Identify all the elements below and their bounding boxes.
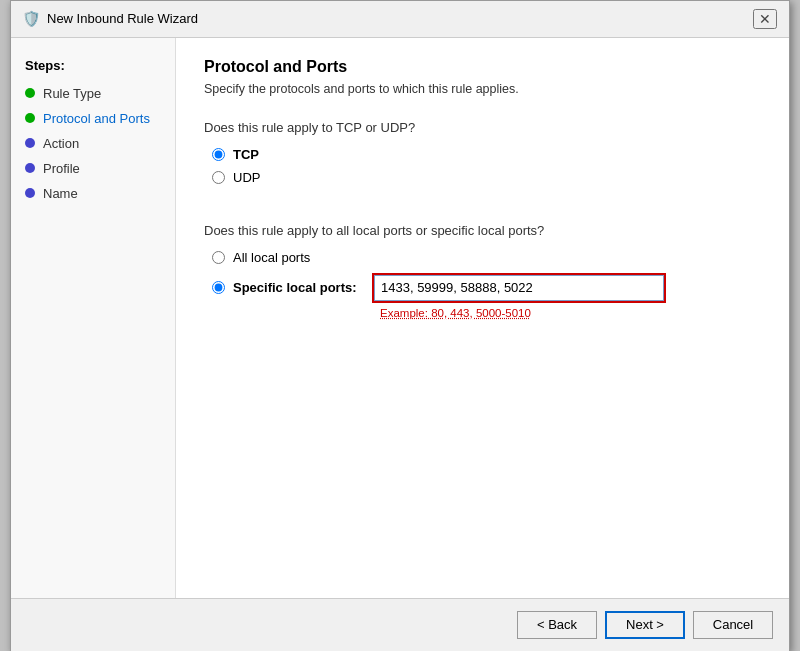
main-panel: Protocol and Ports Specify the protocols… (176, 38, 789, 598)
protocol-ports-dot (25, 113, 35, 123)
tcp-radio[interactable] (212, 148, 225, 161)
ports-section: Does this rule apply to all local ports … (204, 223, 761, 319)
sidebar: Steps: Rule Type Protocol and Ports Acti… (11, 38, 176, 598)
page-subtitle: Specify the protocols and ports to which… (204, 82, 761, 96)
sidebar-item-label-profile: Profile (43, 161, 80, 176)
sidebar-item-profile[interactable]: Profile (11, 156, 175, 181)
ports-question: Does this rule apply to all local ports … (204, 223, 761, 238)
ports-example: Example: 80, 443, 5000-5010 (380, 307, 761, 319)
specific-ports-row: Specific local ports: (212, 273, 761, 303)
tcp-udp-question: Does this rule apply to TCP or UDP? (204, 120, 761, 135)
specific-ports-radio[interactable] (212, 281, 225, 294)
ports-group: All local ports Specific local ports: Ex… (204, 250, 761, 319)
next-button[interactable]: Next > (605, 611, 685, 639)
rule-type-dot (25, 88, 35, 98)
action-dot (25, 138, 35, 148)
all-ports-radio-item[interactable]: All local ports (212, 250, 761, 265)
title-bar-text: New Inbound Rule Wizard (47, 11, 753, 26)
profile-dot (25, 163, 35, 173)
sidebar-item-label-rule-type: Rule Type (43, 86, 101, 101)
dialog-window: 🛡️ New Inbound Rule Wizard ✕ Steps: Rule… (10, 0, 790, 651)
content-area: Steps: Rule Type Protocol and Ports Acti… (11, 38, 789, 598)
ports-input[interactable] (374, 275, 664, 301)
cancel-button[interactable]: Cancel (693, 611, 773, 639)
sidebar-item-rule-type[interactable]: Rule Type (11, 81, 175, 106)
wizard-icon: 🛡️ (23, 11, 39, 27)
sidebar-item-label-protocol-ports: Protocol and Ports (43, 111, 150, 126)
tcp-radio-item[interactable]: TCP (212, 147, 761, 162)
footer: < Back Next > Cancel (11, 598, 789, 651)
close-button[interactable]: ✕ (753, 9, 777, 29)
specific-ports-label: Specific local ports: (233, 280, 357, 295)
sidebar-item-label-action: Action (43, 136, 79, 151)
tcp-udp-group: TCP UDP (204, 147, 761, 185)
sidebar-item-action[interactable]: Action (11, 131, 175, 156)
name-dot (25, 188, 35, 198)
all-ports-label: All local ports (233, 250, 310, 265)
udp-radio-item[interactable]: UDP (212, 170, 761, 185)
sidebar-steps-label: Steps: (11, 54, 175, 81)
sidebar-item-protocol-ports[interactable]: Protocol and Ports (11, 106, 175, 131)
all-ports-radio[interactable] (212, 251, 225, 264)
tcp-label: TCP (233, 147, 259, 162)
specific-ports-radio-item[interactable]: Specific local ports: (212, 280, 372, 295)
udp-label: UDP (233, 170, 260, 185)
sidebar-item-name[interactable]: Name (11, 181, 175, 206)
ports-input-wrapper (372, 273, 666, 303)
title-bar: 🛡️ New Inbound Rule Wizard ✕ (11, 1, 789, 38)
back-button[interactable]: < Back (517, 611, 597, 639)
udp-radio[interactable] (212, 171, 225, 184)
page-title: Protocol and Ports (204, 58, 761, 76)
sidebar-item-label-name: Name (43, 186, 78, 201)
